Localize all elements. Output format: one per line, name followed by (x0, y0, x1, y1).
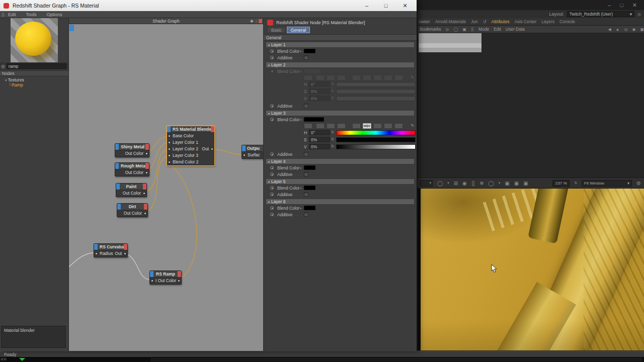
out-port[interactable] (178, 280, 180, 282)
layer-6-header[interactable]: ▾ Layer 6 (266, 199, 415, 205)
image-picker-icon[interactable] (337, 123, 346, 129)
attr-grid-icon[interactable]: ⣿ (471, 27, 474, 32)
attr-menu-user-data[interactable]: User Data (506, 27, 525, 32)
link-ring-icon[interactable] (270, 56, 274, 59)
viewer-mode-dropdown[interactable]: ▾ (420, 180, 433, 187)
viewer-crop-icon[interactable]: ⊞ (454, 180, 458, 186)
viewer-channel-icon[interactable]: ◯ (437, 180, 443, 186)
val-slider[interactable] (336, 144, 416, 149)
material-preview[interactable] (11, 18, 58, 63)
viewer-fit-dropdown[interactable]: Fit Window ▾ (582, 180, 632, 187)
layer-4-header[interactable]: ▾ Layer 4 (266, 158, 415, 164)
bookmarks-label[interactable]: Bookmarks (420, 27, 441, 32)
in-port[interactable] (168, 154, 171, 157)
additive-checkbox[interactable] (304, 192, 308, 197)
viewer-grid-icon[interactable]: ⣿ (471, 180, 475, 186)
node-rs-material-blender[interactable]: RS Material Blender Base Color Layer Col… (167, 126, 215, 166)
link-ring-icon[interactable] (270, 166, 274, 169)
c4d-close-icon[interactable]: ✕ (632, 2, 637, 9)
viewer-lock-icon[interactable]: ◉ (462, 180, 467, 186)
minimize-button[interactable]: – (357, 0, 376, 11)
sat-slider[interactable] (336, 137, 416, 142)
link-ring-icon[interactable] (270, 206, 274, 210)
attr-menu-edit[interactable]: Edit (494, 27, 501, 32)
menu-options[interactable]: Options (47, 12, 62, 17)
out-port[interactable] (144, 212, 146, 215)
stepper-icon[interactable]: ⇅ (331, 144, 334, 148)
menu-edit[interactable]: Edit (8, 12, 16, 17)
nav-fwd-icon[interactable]: ▲ (616, 27, 620, 32)
spectrum-icon[interactable] (327, 123, 335, 129)
menu-tools[interactable]: Tools (26, 12, 37, 17)
node-paint[interactable]: Paint Out Color (116, 183, 147, 197)
viewer-layer-c-icon[interactable]: ▣ (523, 180, 528, 186)
blend-color-swatch[interactable] (304, 206, 315, 210)
link-ring-icon[interactable] (270, 118, 274, 121)
in-port[interactable] (168, 135, 171, 137)
blend-color-swatch[interactable] (304, 165, 315, 170)
tab-general[interactable]: General (287, 27, 310, 33)
collapse-icon[interactable]: ▾ (268, 160, 270, 163)
out-port[interactable] (143, 192, 145, 195)
viewer-channel-arrow-icon[interactable]: ▾ (447, 181, 449, 185)
link-ring-icon[interactable] (270, 49, 274, 53)
collapse-icon[interactable]: ▾ (268, 63, 270, 67)
picture-viewer-image[interactable] (417, 189, 644, 350)
node-shiny-metal[interactable]: Shiny Metal Out Color (115, 143, 149, 157)
c4d-minimize-icon[interactable]: – (608, 2, 611, 8)
layout-search-icon[interactable]: ◎ (637, 12, 641, 17)
blend-color-swatch[interactable] (304, 49, 315, 53)
additive-checkbox[interactable] (304, 172, 308, 176)
stepper-icon[interactable]: ⇅ (331, 130, 334, 134)
blend-color-swatch[interactable] (304, 117, 324, 122)
layout-dropdown[interactable]: Twitch_Redshift (User) ▾ (567, 11, 634, 17)
mixer-icon[interactable] (394, 123, 403, 129)
rgb-sliders-icon[interactable] (304, 123, 312, 129)
nav-search-icon[interactable]: ◎ (624, 27, 627, 32)
tree-item-ramp[interactable]: └Ramp (0, 82, 68, 87)
viewer-compare-arrow-icon[interactable]: ▾ (499, 181, 501, 185)
nav-panel-icon[interactable]: ▣ (640, 27, 644, 32)
nav-back-icon[interactable]: ◀ (608, 27, 611, 32)
node-rs-curvature[interactable]: RS Curvature Radius Out (94, 243, 128, 257)
additive-checkbox[interactable] (304, 55, 308, 60)
tab-browser[interactable]: owser (419, 19, 430, 24)
viewer-compare-icon[interactable]: ◯ (489, 180, 494, 186)
link-ring-icon[interactable] (270, 213, 274, 216)
color-wheel-icon[interactable] (316, 123, 325, 129)
collapse-icon[interactable]: ▾ (268, 200, 270, 204)
stepper-icon[interactable]: ⇅ (331, 137, 334, 141)
node-rough-metal[interactable]: Rough Metal Out Color (115, 162, 149, 176)
in-port[interactable] (151, 280, 153, 282)
in-port[interactable] (168, 141, 171, 144)
sat-value-field[interactable]: 0% (309, 137, 330, 142)
val-value-field[interactable]: 0% (309, 144, 330, 149)
additive-checkbox[interactable] (304, 104, 308, 108)
viewer-zoom-field[interactable]: 237 % (552, 180, 570, 187)
in-port[interactable] (168, 148, 171, 150)
additive-checkbox[interactable] (304, 212, 308, 217)
graph-move-icon[interactable]: ✚ (250, 19, 254, 24)
collapse-icon[interactable]: ▾ (268, 180, 270, 184)
tree-group-textures[interactable]: ▾Textures (0, 77, 68, 82)
tree-collapse-icon[interactable]: ▾ (5, 78, 7, 82)
blend-color-swatch[interactable] (304, 186, 315, 190)
in-port[interactable] (243, 154, 246, 156)
maximize-button[interactable]: □ (376, 0, 395, 11)
layer-5-header[interactable]: ▾ Layer 5 (266, 178, 415, 185)
tab-basic[interactable]: Basic (267, 27, 286, 33)
link-ring-icon[interactable] (270, 152, 274, 156)
layer-2-header[interactable]: ▾ Layer 2 (266, 62, 415, 68)
menu-grid-icon[interactable]: ⣿ (2, 13, 5, 17)
nodes-list-header[interactable]: Nodes (0, 70, 68, 76)
bookmarks-panel-icon[interactable]: ▣ (462, 27, 466, 32)
link-ring-icon[interactable] (270, 186, 274, 190)
hsv-mode-button[interactable]: HSV (363, 123, 371, 129)
close-button[interactable]: ✕ (395, 0, 415, 11)
tab-axis-center[interactable]: Axis Center (514, 19, 536, 24)
out-port[interactable] (145, 152, 148, 155)
node-rs-ramp[interactable]: RS Ramp I Out Color (149, 270, 182, 285)
additive-checkbox[interactable] (304, 152, 308, 156)
attr-menu-mode[interactable]: Mode (478, 27, 489, 32)
hue-slider[interactable] (336, 130, 416, 135)
